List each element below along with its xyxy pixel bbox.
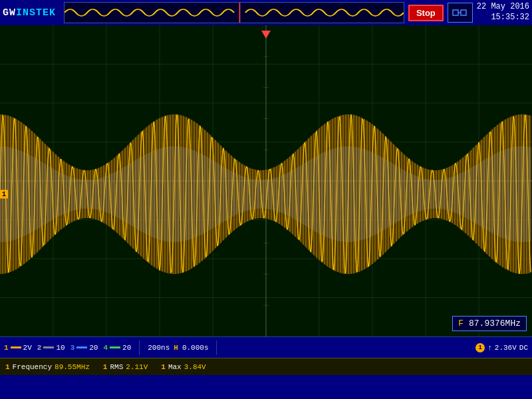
h-label: H <box>174 344 178 352</box>
trigger-info: 1 ↑ 2.36V DC <box>475 343 528 352</box>
freq-badge-value: 87.9376MHz <box>469 319 521 329</box>
meas-max-value: 3.84V <box>184 363 206 371</box>
logo: GWINSTEK <box>3 7 56 19</box>
meas-freq-label: Frequency <box>13 363 52 371</box>
ch4-voltage: 20 <box>122 344 131 352</box>
ch3-voltage: 20 <box>89 344 98 352</box>
waveform-canvas <box>0 25 532 336</box>
ch2-voltage: 10 <box>56 344 65 352</box>
logo-gw: GW <box>3 7 16 19</box>
meas-max-label: Max <box>168 363 182 371</box>
bottom-status-bar: 1 2V 2 10 3 20 4 20 200ns H 0.000s 1 ↑ 2… <box>0 336 532 358</box>
trig-ch-indicator: 1 <box>475 343 485 352</box>
ch2-indicator <box>43 346 54 348</box>
ch4-info: 4 20 <box>103 344 131 352</box>
meas-rms: 1 RMS 2.11V <box>103 363 148 371</box>
trig-arrow: ↑ <box>487 344 492 352</box>
meas-max: 1 Max 3.84V <box>161 363 205 371</box>
meas-ch1-max-indicator: 1 <box>161 363 166 371</box>
trig-level: 2.36V <box>495 344 517 352</box>
datetime-display: 22 May 2016 15:35:32 <box>477 2 529 23</box>
date-text: 22 May 2016 <box>477 2 529 13</box>
trigger-marker <box>261 31 271 39</box>
ch2-info: 2 10 <box>37 344 65 352</box>
trigger-mode-button[interactable] <box>448 3 473 23</box>
ch1-info: 1 2V <box>4 344 32 352</box>
meas-rms-value: 2.11V <box>126 363 148 371</box>
ch1-voltage: 2V <box>23 344 32 352</box>
time-position: 0.000s <box>182 344 209 352</box>
meas-frequency: 1 Frequency 89.55MHz <box>5 363 90 371</box>
measurements-bar: 1 Frequency 89.55MHz 1 RMS 2.11V 1 Max 3… <box>0 358 532 375</box>
meas-ch1-indicator: 1 <box>5 363 10 371</box>
divider-2 <box>216 340 217 355</box>
ch4-number: 4 <box>103 344 108 352</box>
ch1-indicator <box>11 346 21 348</box>
meas-rms-label: RMS <box>110 363 123 371</box>
top-bar: GWINSTEK Stop 22 May 2016 15:35:32 <box>0 0 532 25</box>
meas-ch1-rms-indicator: 1 <box>103 363 108 371</box>
ch3-indicator <box>76 346 87 348</box>
waveform-preview <box>64 2 404 23</box>
frequency-badge: F 87.9376MHz <box>452 316 527 331</box>
trig-coupling: DC <box>519 344 528 352</box>
time-div-value: 200ns <box>148 344 170 352</box>
ch2-number: 2 <box>37 344 42 352</box>
ch3-number: 3 <box>70 344 75 352</box>
ch4-indicator <box>110 346 120 348</box>
ch1-level-marker: 1 <box>0 190 8 199</box>
divider-1 <box>139 340 140 355</box>
meas-freq-value: 89.55MHz <box>55 363 90 371</box>
logo-instek: INSTEK <box>16 7 56 19</box>
svg-rect-1 <box>453 10 458 15</box>
svg-rect-2 <box>461 10 466 15</box>
freq-badge-label: F <box>458 319 464 329</box>
stop-button[interactable]: Stop <box>408 5 444 21</box>
oscilloscope-screen: 1 F 87.9376MHz <box>0 25 532 336</box>
ch1-number: 1 <box>4 344 9 352</box>
time-div-info: 200ns H 0.000s <box>148 344 208 352</box>
ch3-info: 3 20 <box>70 344 98 352</box>
time-text: 15:35:32 <box>477 13 529 23</box>
